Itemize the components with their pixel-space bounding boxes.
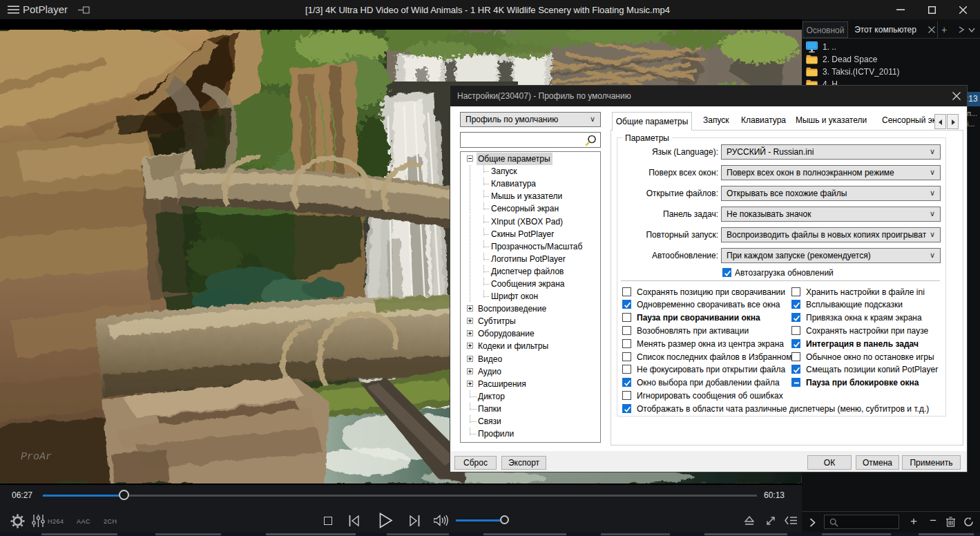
svg-text:ProAr: ProAr — [21, 451, 52, 463]
